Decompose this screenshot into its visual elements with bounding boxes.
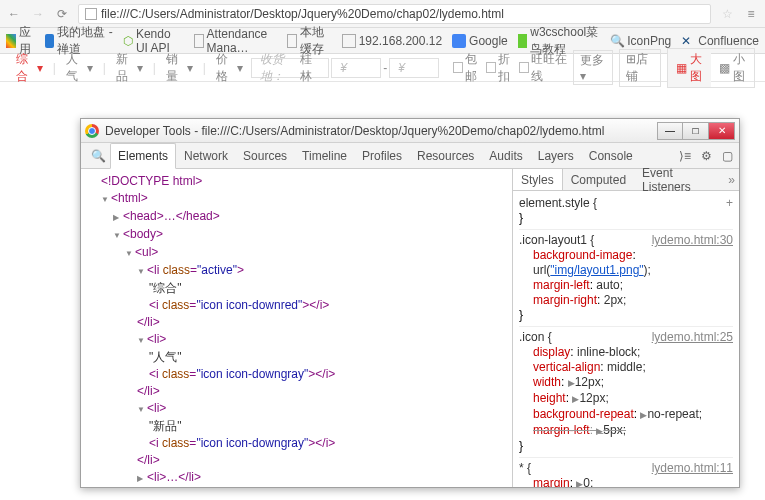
price-min[interactable]: ¥ (331, 58, 381, 78)
chevron-down-icon: ▾ (137, 61, 143, 75)
zentao-icon (45, 34, 54, 48)
filter-sales[interactable]: 销量▾ (160, 58, 199, 78)
styles-panel: Styles Computed Event Listeners » elemen… (513, 169, 739, 487)
filter-price[interactable]: 价格▾ (210, 58, 249, 78)
bookmark-star-icon[interactable]: ☆ (719, 6, 735, 22)
tab-profiles[interactable]: Profiles (355, 143, 409, 168)
checkbox-icon (519, 62, 528, 73)
dom-tree[interactable]: <!DOCTYPE html> <html> <head>…</head> <b… (81, 169, 513, 487)
filter-all[interactable]: 综合▾ (10, 58, 49, 78)
expand-arrow-icon[interactable] (137, 400, 147, 418)
maximize-button[interactable]: □ (683, 122, 709, 140)
chevron-down-icon: ▾ (87, 61, 93, 75)
bookmark-iconpng[interactable]: 🔍IconPng (610, 34, 671, 48)
chk-online[interactable]: 旺旺在线 (519, 51, 570, 85)
more-icon[interactable]: » (728, 173, 735, 187)
search-icon: 🔍 (610, 34, 624, 48)
minimize-button[interactable]: — (657, 122, 683, 140)
devtools-titlebar[interactable]: Developer Tools - file:///C:/Users/Admin… (81, 119, 739, 143)
forward-icon[interactable]: → (30, 6, 46, 22)
expand-arrow-icon[interactable] (137, 331, 147, 349)
tab-network[interactable]: Network (177, 143, 235, 168)
grid-small-icon: ▩ (719, 61, 730, 75)
inspect-icon[interactable]: 🔍 (87, 143, 109, 168)
page-icon (342, 34, 356, 48)
shop-icon: ⊞ (626, 52, 636, 66)
side-tab-styles[interactable]: Styles (513, 169, 563, 190)
bookmark-ip[interactable]: 192.168.200.12 (342, 34, 442, 48)
url-bar[interactable]: file:///C:/Users/Administrator/Desktop/J… (78, 4, 711, 24)
chrome-icon (85, 124, 99, 138)
chk-discount[interactable]: 折扣 (486, 51, 517, 85)
expand-arrow-icon[interactable] (125, 244, 135, 262)
devtools-tabs: 🔍 Elements Network Sources Timeline Prof… (81, 143, 739, 169)
styles-body[interactable]: element.style {+ } .icon-layout1 {lydemo… (513, 191, 739, 487)
tab-audits[interactable]: Audits (482, 143, 529, 168)
devtools-title: Developer Tools - file:///C:/Users/Admin… (105, 124, 604, 138)
browser-nav-bar: ← → ⟳ file:///C:/Users/Administrator/Des… (0, 0, 765, 28)
file-icon (85, 8, 97, 20)
filter-popular[interactable]: 人气▾ (60, 58, 99, 78)
source-link[interactable]: lydemo.html:30 (652, 233, 733, 248)
kendo-icon: ⬡ (123, 34, 133, 48)
reload-icon[interactable]: ⟳ (54, 6, 70, 22)
shops-button[interactable]: ⊞店铺 (619, 49, 660, 87)
confluence-icon: ✕ (681, 34, 695, 48)
chk-free-ship[interactable]: 包邮 (453, 51, 484, 85)
tab-elements[interactable]: Elements (110, 143, 176, 169)
source-link[interactable]: lydemo.html:25 (652, 330, 733, 345)
page-icon (194, 34, 204, 48)
page-icon (287, 34, 297, 48)
checkbox-icon (486, 62, 495, 73)
devtools-window: Developer Tools - file:///C:/Users/Admin… (80, 118, 740, 488)
bookmark-google[interactable]: Google (452, 34, 508, 48)
bookmark-confluence[interactable]: ✕Confluence (681, 34, 759, 48)
chevron-down-icon: ▾ (187, 61, 193, 75)
gear-icon[interactable]: ⚙ (701, 149, 712, 163)
expand-arrow-icon[interactable] (137, 262, 147, 280)
drawer-icon[interactable]: ⟩≡ (679, 149, 691, 163)
chevron-down-icon: ▾ (237, 61, 243, 75)
expand-arrow-icon[interactable] (101, 190, 111, 208)
expand-arrow-icon[interactable] (113, 226, 123, 244)
w3c-icon (518, 34, 527, 48)
price-max[interactable]: ¥ (389, 58, 439, 78)
tab-sources[interactable]: Sources (236, 143, 294, 168)
tab-timeline[interactable]: Timeline (295, 143, 354, 168)
filter-new[interactable]: 新品▾ (110, 58, 149, 78)
side-tab-computed[interactable]: Computed (563, 169, 634, 190)
close-button[interactable]: ✕ (709, 122, 735, 140)
grid-big-icon: ▦ (676, 61, 687, 75)
expand-arrow-icon[interactable] (113, 208, 123, 226)
tab-resources[interactable]: Resources (410, 143, 481, 168)
menu-icon[interactable]: ≡ (743, 6, 759, 22)
back-icon[interactable]: ← (6, 6, 22, 22)
more-button[interactable]: 更多 ▾ (573, 50, 614, 85)
url-text: file:///C:/Users/Administrator/Desktop/J… (101, 7, 504, 21)
chevron-down-icon: ▾ (37, 61, 43, 75)
filter-bar: 综合▾| 人气▾| 新品▾| 销量▾| 价格▾ 收货地：桂林 ¥ - ¥ 包邮 … (0, 54, 765, 82)
side-tab-listeners[interactable]: Event Listeners (634, 169, 724, 190)
add-rule-icon[interactable]: + (726, 196, 733, 211)
expand-arrow-icon[interactable] (137, 469, 147, 487)
location-box[interactable]: 收货地：桂林 (251, 58, 329, 78)
checkbox-icon (453, 62, 462, 73)
view-small[interactable]: ▩小图 (711, 49, 754, 87)
view-big[interactable]: ▦大图 (668, 49, 711, 87)
source-link[interactable]: lydemo.html:11 (652, 461, 733, 476)
dock-icon[interactable]: ▢ (722, 149, 733, 163)
google-icon (452, 34, 466, 48)
tab-layers[interactable]: Layers (531, 143, 581, 168)
apps-icon (6, 34, 16, 48)
tab-console[interactable]: Console (582, 143, 640, 168)
